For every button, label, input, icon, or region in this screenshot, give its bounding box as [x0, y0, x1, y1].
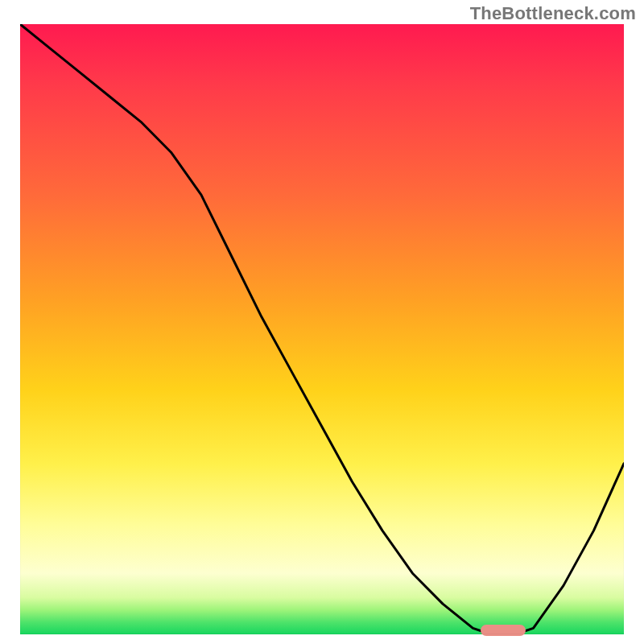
x-axis-line [20, 634, 624, 634]
plot-area [20, 24, 624, 634]
chart-container: TheBottleneck.com [0, 0, 644, 644]
attribution-label: TheBottleneck.com [470, 3, 636, 24]
bottleneck-curve [20, 24, 624, 634]
